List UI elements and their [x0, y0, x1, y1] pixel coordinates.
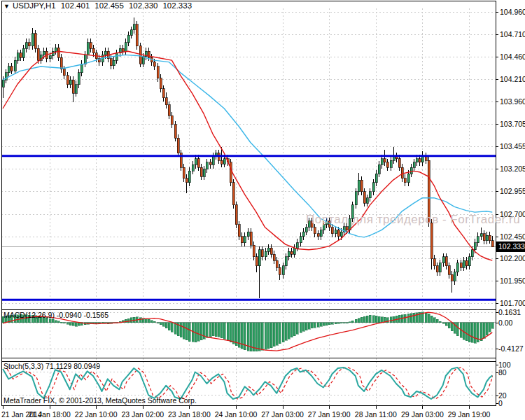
chart-title: ▼USDJPY,H1102.401102.455102.330102.333 [4, 1, 192, 10]
symbol-period-label: USDJPY,H1 [13, 1, 56, 10]
quote-close: 102.333 [162, 1, 192, 10]
current-price-badge: 102.333 [496, 241, 525, 252]
price-tick-label: 103.205 [500, 164, 525, 173]
price-tick-label: 103.960 [500, 97, 525, 106]
price-tick-label: 103.455 [500, 142, 525, 150]
quote-open: 102.401 [61, 1, 90, 10]
stoch-tick-label: 0 [498, 399, 503, 407]
time-axis-label: 23 Jan 02:00 [121, 410, 164, 419]
time-axis-label: 22 Jan 10:00 [75, 410, 118, 419]
time-axis-label: 29 Jan 03:00 [401, 410, 444, 419]
macd-tick-label: 0.1631 [498, 308, 521, 316]
time-axis-label: 24 Jan 10:00 [215, 410, 258, 419]
time-axis-label: 23 Jan 18:00 [168, 410, 211, 419]
copyright-text: MetaTrader FIX, © 2001-2013, MetaQuotes … [4, 396, 197, 405]
price-tick-label: 104.960 [500, 8, 525, 16]
price-tick-label: 101.700 [500, 299, 525, 307]
stoch-tick-label: 80 [498, 368, 507, 377]
price-tick-label: 104.710 [500, 30, 525, 38]
macd-tick-label: 0.00 [498, 318, 512, 327]
quote-high: 102.455 [94, 1, 124, 10]
price-tick-label: 102.200 [500, 254, 525, 262]
macd-indicator-label: MACD(12,26,9) -0.0940 -0.1565 [4, 311, 108, 319]
time-axis-label: 28 Jan 11:00 [355, 410, 397, 419]
time-axis-label: 27 Jan 19:00 [308, 410, 351, 419]
watermark: Портал для трейдеров - ForTrader.ru [306, 213, 520, 227]
stoch-indicator-label: Stoch(5,3,3) 71.1129 80.0949 [4, 362, 100, 370]
quote-dropdown-icon[interactable]: ▼ [4, 3, 10, 10]
price-tick-label: 104.460 [500, 52, 525, 61]
time-axis-label: 27 Jan 03:00 [261, 410, 304, 419]
price-tick-label: 102.450 [500, 232, 525, 241]
price-tick-label: 103.705 [500, 120, 525, 128]
macd-tick-label: -0.4127 [498, 344, 524, 353]
stoch-d-line [7, 368, 492, 399]
price-tick-label: 104.210 [500, 75, 525, 83]
chart-plot-area[interactable] [0, 0, 525, 420]
time-axis-label: 29 Jan 19:00 [448, 410, 491, 419]
quote-low: 102.330 [129, 1, 158, 10]
price-tick-label: 101.950 [500, 276, 525, 285]
price-tick-label: 102.955 [500, 187, 525, 195]
time-axis-label: 21 Jan 18:00 [28, 410, 71, 419]
metatrader-chart-window: Портал для трейдеров - ForTrader.ru ▼USD… [0, 0, 525, 420]
candlesticks [2, 18, 493, 298]
